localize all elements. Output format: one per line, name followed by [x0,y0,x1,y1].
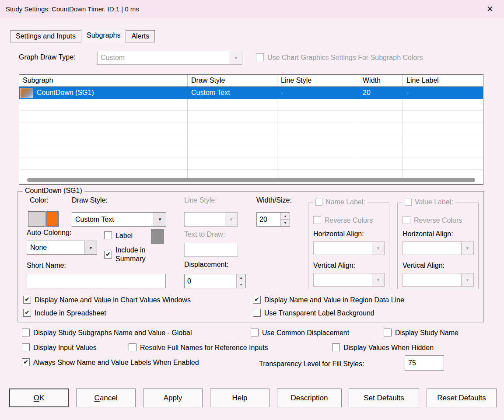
apply-button[interactable]: Apply [143,388,203,407]
name-vertical-align-combo: ▼ [313,273,385,287]
checkbox-box[interactable]: ✔ [23,309,31,317]
auto-coloring-combo[interactable]: None ▼ [27,241,97,255]
text-to-draw-input [184,243,238,257]
table-empty-row [19,99,483,111]
spin-down-icon[interactable]: ▼ [281,220,290,226]
value-reverse-colors-checkbox: Reverse Colors [402,216,462,225]
reset-defaults-button[interactable]: Reset Defaults [427,388,497,407]
name-vertical-align-label: Vertical Align: [313,262,355,270]
displacement-spinner[interactable]: ▲ ▼ [184,274,246,288]
draw-style-combo[interactable]: Custom Text ▼ [72,212,166,227]
checkbox-box[interactable] [22,329,30,336]
checkbox-box[interactable] [332,343,340,351]
checkbox-box[interactable] [251,329,259,336]
dropdown-arrow-icon: ▼ [461,242,473,255]
tab-settings-and-inputs[interactable]: Settings and Inputs [10,30,81,42]
checkbox-box[interactable] [22,343,30,351]
cell-line-style[interactable]: - [277,87,359,99]
subgraph-table: Subgraph Draw Style Line Style Width Lin… [19,74,483,185]
checkbox-box[interactable]: ✔ [104,251,112,259]
always-show-labels-checkbox[interactable]: ✔ Always Show Name and Value Labels When… [22,358,199,367]
column-header-line-label[interactable]: Line Label [403,75,483,86]
dropdown-arrow-icon: ▼ [372,273,384,286]
name-label-checkbox [315,199,322,206]
value-reverse-colors-label: Reverse Colors [414,216,462,225]
dropdown-arrow-icon: ▼ [461,273,473,286]
auto-coloring-label: Auto-Coloring: [27,229,71,237]
column-header-width[interactable]: Width [359,75,403,86]
displacement-input[interactable] [185,274,236,288]
include-in-spreadsheet-checkbox[interactable]: ✔ Include in Spreadsheet [23,309,106,318]
checkbox-box[interactable] [129,343,136,351]
checkbox-box[interactable]: ✔ [253,296,261,304]
display-chart-values-checkbox[interactable]: ✔ Display Name and Value in Chart Values… [23,296,191,304]
transparency-level-label: Transparency Level for Fill Styles: [259,360,364,368]
table-row-selected[interactable]: CountDown (SG1) Custom Text - 20 - [19,87,483,99]
checkbox-box[interactable]: ✔ [23,296,31,304]
use-common-displacement-checkbox[interactable]: Use Common Displacement [251,329,349,337]
dropdown-arrow-icon: ▼ [230,51,242,64]
graph-draw-type-label: Graph Draw Type: [19,53,76,61]
line-style-value [185,213,225,226]
checkbox-box[interactable] [384,329,392,336]
dropdown-arrow-icon[interactable]: ▼ [84,241,97,254]
cell-width[interactable]: 20 [359,87,403,99]
check-icon: ✔ [24,309,30,315]
cancel-button[interactable]: Cancel [76,388,136,407]
include-in-summary-checkbox[interactable]: ✔ Include in Summary [104,246,171,263]
text-to-draw-label: Text to Draw: [184,231,225,238]
table-empty-row [19,111,483,122]
tab-alerts[interactable]: Alerts [126,30,155,42]
scrollbar-thumb[interactable] [27,178,475,182]
column-header-line-style[interactable]: Line Style [277,75,359,86]
subgraph-detail-group: CountDown (SG1) Color: Draw Style: Custo… [18,191,484,322]
label-color-swatch[interactable] [151,229,164,244]
cell-draw-style[interactable]: Custom Text [188,87,277,99]
table-empty-row [19,146,483,158]
checkbox-box [402,216,410,224]
description-button[interactable]: Description [277,388,342,407]
auto-coloring-value: None [27,241,84,254]
spin-up-icon[interactable]: ▲ [281,213,290,220]
width-size-spinner[interactable]: ▲ ▼ [256,212,290,227]
always-show-labels-label: Always Show Name and Value Labels When E… [33,358,199,367]
width-size-input[interactable] [257,213,280,226]
resolve-full-names-checkbox[interactable]: Resolve Full Names for Reference Inputs [129,343,268,352]
table-header: Subgraph Draw Style Line Style Width Lin… [19,75,483,87]
value-vertical-align-combo: ▼ [402,273,474,287]
column-header-draw-style[interactable]: Draw Style [188,75,277,86]
column-header-subgraph[interactable]: Subgraph [19,75,188,86]
transparent-label-background-checkbox[interactable]: Use Transparent Label Background [253,309,374,318]
tab-subgraphs[interactable]: Subgraphs [81,29,126,42]
display-study-subgraphs-global-checkbox[interactable]: Display Study Subgraphs Name and Value -… [22,329,192,337]
dropdown-arrow-icon[interactable]: ▼ [154,213,166,226]
help-button[interactable]: Help [210,388,270,407]
displacement-label: Displacement: [184,261,228,269]
secondary-color-swatch[interactable] [46,211,59,227]
cell-line-label[interactable]: - [403,87,483,99]
spin-up-icon[interactable]: ▲ [237,274,245,281]
cell-subgraph[interactable]: CountDown (SG1) [19,87,188,99]
label-checkbox[interactable]: Label [104,231,133,240]
display-input-values-checkbox[interactable]: Display Input Values [22,343,97,352]
checkbox-box[interactable] [104,231,112,239]
detail-group-title: CountDown (SG1) [23,187,84,195]
horizontal-scrollbar[interactable] [20,177,482,183]
ok-button[interactable]: OK [9,388,69,407]
set-defaults-button[interactable]: Set Defaults [349,388,419,407]
display-study-name-checkbox[interactable]: Display Study Name [384,329,458,337]
value-label-checkbox [405,199,412,206]
checkbox-box[interactable] [253,309,261,317]
display-values-when-hidden-label: Display Values When Hidden [343,343,434,352]
short-name-input[interactable] [27,274,166,288]
name-reverse-colors-checkbox: Reverse Colors [313,216,373,225]
subgraph-color-swatch-icon [20,88,33,98]
checkbox-box[interactable]: ✔ [22,358,30,366]
close-icon[interactable]: ✕ [483,4,497,14]
display-region-data-checkbox[interactable]: ✔ Display Name and Value in Region Data … [253,296,404,304]
transparency-level-input[interactable] [405,355,444,371]
spin-down-icon[interactable]: ▼ [237,281,245,288]
display-values-when-hidden-checkbox[interactable]: Display Values When Hidden [332,343,434,352]
primary-color-swatch[interactable] [28,211,46,227]
title-bar: Study Settings: CountDown Timer. ID:1 | … [0,0,504,18]
